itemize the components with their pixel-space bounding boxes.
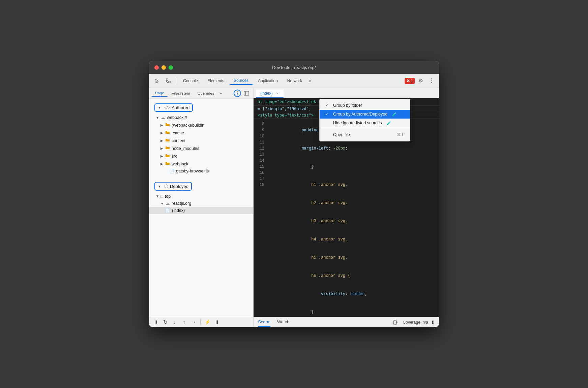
tab-filesystem[interactable]: Filesystem <box>168 90 194 97</box>
buildin-label: (webpack)/buildin <box>172 123 204 128</box>
more-options-button[interactable]: ⋮ <box>427 76 436 86</box>
hide-ignore-label: Hide ignore-listed sources <box>333 121 382 125</box>
content-folder-icon <box>165 138 170 143</box>
sidebar-menu-button[interactable]: ⋮ <box>234 90 241 97</box>
buildin-folder-icon <box>165 122 170 128</box>
tab-application[interactable]: Application <box>254 77 282 85</box>
inspect-element-button[interactable] <box>163 76 173 86</box>
node-modules-item[interactable]: ▶ node_modules <box>149 144 253 152</box>
src-folder-icon <box>165 153 170 159</box>
topbar-code-1: nl lang="en"><head><link re <box>258 99 323 104</box>
main-editor-area: (index) ✕ nl lang="en"><head><link re = … <box>254 88 439 317</box>
toolbar-divider-1 <box>176 77 176 85</box>
webpack-arrow: ▼ <box>156 116 160 120</box>
menu-hide-ignore[interactable]: ✓ Hide ignore-listed sources 🧪 <box>320 119 410 127</box>
buildin-arrow: ▶ <box>160 123 165 127</box>
scope-tab[interactable]: Scope <box>258 317 270 327</box>
context-menu: ✓ Group by folder ✓ Group by Authored/De… <box>319 99 410 141</box>
code-line-14: h4 .anchor svg, <box>268 230 439 249</box>
code-line-17: visibility: hidden; <box>268 285 439 303</box>
toolbar-more[interactable]: » <box>307 77 313 85</box>
code-line-12: h2 .anchor svg, <box>268 194 439 212</box>
tab-sources[interactable]: Sources <box>230 77 253 85</box>
topbar-code-arr: = ["xbsqlp","190hivd", <box>258 106 311 111</box>
step-out-button[interactable]: ↑ <box>180 318 188 326</box>
sidebar-collapse-button[interactable] <box>242 89 251 97</box>
authored-code-icon: </> <box>164 105 170 110</box>
devtools-window: DevTools - reactjs.org/ Console Elements… <box>149 61 439 327</box>
line-numbers: 8 9 10 11 12 13 14 15 16 17 18 <box>254 119 268 317</box>
authored-label-text: Authored <box>172 105 189 110</box>
curly-braces-button[interactable]: {} <box>390 320 400 325</box>
deployed-arrow: ▼ <box>158 185 163 188</box>
step-over-button[interactable]: ↻ <box>161 318 169 326</box>
reactjs-item[interactable]: ▼ ☁ reactjs.org <box>149 200 253 207</box>
menu-open-file[interactable]: ✓ Open file ⌘ P <box>320 130 410 139</box>
webpack-folder-arrow: ▶ <box>160 162 165 166</box>
webpack-folder-item[interactable]: ▶ webpack <box>149 160 253 168</box>
maximize-button[interactable] <box>169 65 173 70</box>
close-button[interactable] <box>154 65 159 70</box>
stop-button[interactable]: ⏸ <box>213 318 221 326</box>
tab-overrides[interactable]: Overrides <box>194 90 218 97</box>
editor-tab-index[interactable]: (index) ✕ <box>256 90 284 98</box>
pause-button[interactable]: ⏸ <box>152 318 160 326</box>
window-title: DevTools - reactjs.org/ <box>272 65 316 70</box>
cache-item[interactable]: ▶ .cache <box>149 129 253 137</box>
step-button[interactable]: → <box>189 318 198 326</box>
content-item[interactable]: ▶ content <box>149 137 253 144</box>
bottom-left-controls: ⏸ ↻ ↓ ↑ → ⚡ ⏸ <box>149 317 254 327</box>
bottom-combined: ⏸ ↻ ↓ ↑ → ⚡ ⏸ Scope Watch {} Coverage: n… <box>149 317 439 327</box>
tab-elements[interactable]: Elements <box>203 77 228 85</box>
scope-tab-bar: Scope Watch {} Coverage: n/a ⬇ <box>254 317 439 327</box>
gatsby-file-icon: 📄 <box>169 169 174 173</box>
sidebar-more[interactable]: » <box>218 90 223 97</box>
editor-tab-close[interactable]: ✕ <box>275 91 280 96</box>
settings-button[interactable]: ⚙ <box>416 76 425 86</box>
authored-group-label[interactable]: ▼ </> Authored <box>154 103 193 112</box>
cursor-tool-button[interactable] <box>152 76 162 86</box>
tab-network[interactable]: Network <box>283 77 306 85</box>
error-count: 1 <box>411 79 413 83</box>
group-folder-check-icon: ✓ <box>325 103 330 108</box>
node-modules-folder-icon <box>165 146 170 151</box>
cloud-icon: ☁ <box>160 115 165 120</box>
gatsby-file-item[interactable]: 📄 gatsby-browser.js <box>149 168 253 174</box>
src-arrow: ▶ <box>160 154 165 158</box>
webpack-buildin-item[interactable]: ▶ (webpack)/buildin <box>149 121 253 129</box>
index-label: (index) <box>172 208 185 213</box>
svg-rect-0 <box>166 79 168 80</box>
authored-section: ▼ </> Authored ▼ ☁ webpack:// ▶ (webpack <box>149 99 253 177</box>
tab-console[interactable]: Console <box>179 77 202 85</box>
error-badge: ✖ 1 <box>405 78 415 84</box>
index-item[interactable]: 📄 (index) <box>149 207 253 214</box>
cache-label: .cache <box>172 131 184 135</box>
top-item[interactable]: ▼ □ top <box>149 193 253 200</box>
open-file-label: Open file <box>333 132 350 137</box>
menu-group-by-authored[interactable]: ✓ Group by Authored/Deployed 🧪 <box>320 110 410 119</box>
minimize-button[interactable] <box>161 65 166 70</box>
content-area: Page Filesystem Overrides » ⋮ <box>149 88 439 317</box>
experiment-icon: 🧪 <box>392 112 397 117</box>
webpack-item[interactable]: ▼ ☁ webpack:// <box>149 114 253 121</box>
top-label: top <box>165 194 171 199</box>
code-line-15: h5 .anchor svg, <box>268 249 439 267</box>
group-authored-check-icon: ✓ <box>325 112 330 117</box>
open-file-shortcut: ⌘ P <box>397 132 405 137</box>
svg-line-2 <box>166 81 168 83</box>
gatsby-file-label: gatsby-browser.js <box>176 169 209 173</box>
src-item[interactable]: ▶ src <box>149 152 253 160</box>
titlebar: DevTools - reactjs.org/ <box>149 61 439 74</box>
code-line-10: } <box>268 158 439 176</box>
code-line-16: h6 .anchor svg { <box>268 267 439 285</box>
menu-group-by-folder[interactable]: ✓ Group by folder <box>320 101 410 110</box>
deployed-group-label[interactable]: ▼ ⬡ Deployed <box>154 182 192 191</box>
tab-page[interactable]: Page <box>152 90 168 97</box>
watch-tab[interactable]: Watch <box>277 317 289 327</box>
cache-folder-icon <box>165 130 170 136</box>
coverage-download-icon[interactable]: ⬇ <box>431 320 435 325</box>
step-into-button[interactable]: ↓ <box>171 318 179 326</box>
deactivate-button[interactable]: ⚡ <box>203 318 211 326</box>
reactjs-label: reactjs.org <box>172 201 191 206</box>
sidebar: Page Filesystem Overrides » ⋮ <box>149 88 254 317</box>
